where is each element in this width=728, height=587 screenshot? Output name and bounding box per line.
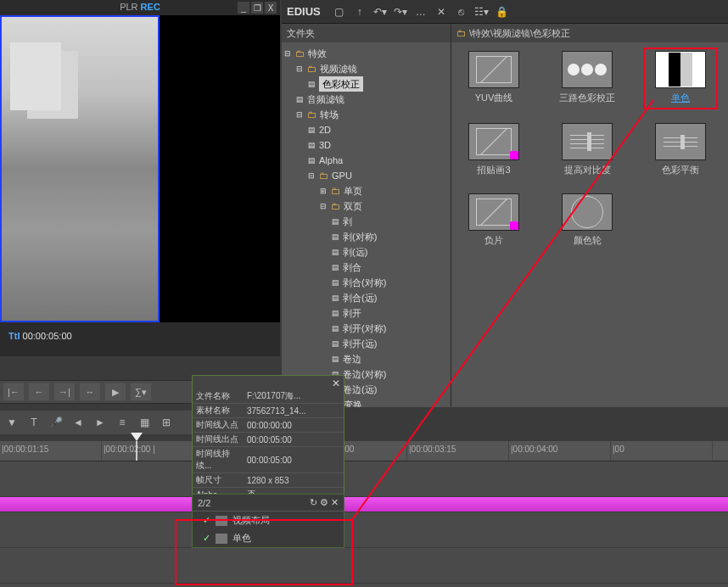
tool-dropdown[interactable]: ▼ <box>3 414 20 431</box>
track-row[interactable] <box>0 512 728 548</box>
play-button[interactable]: ▶ <box>105 383 126 400</box>
track-row[interactable] <box>0 548 728 584</box>
prev-tool[interactable]: ◄ <box>70 414 87 431</box>
view-button[interactable]: ☷▾ <box>473 4 490 20</box>
list-tool[interactable]: ≡ <box>114 414 131 431</box>
info-val: F:\201707海... <box>244 389 344 404</box>
collapse-icon[interactable]: ⊟ <box>283 46 292 61</box>
tree-item-2d[interactable]: 2D <box>319 122 331 137</box>
brand-label: EDIUS <box>287 5 321 18</box>
breadcrumb[interactable]: 🗀\特效\视频滤镜\色彩校正 <box>451 24 728 42</box>
preview-black-area <box>160 15 280 322</box>
effect-monochrome[interactable]: 单色 <box>647 51 714 106</box>
timeline-ruler[interactable]: |00:00:01:15 |00:00:02:00 | |00:00:02:15… <box>0 441 728 461</box>
effect-thumb <box>468 193 519 231</box>
title-tool[interactable]: T <box>25 414 42 431</box>
goto-start-button[interactable]: |← <box>3 383 24 400</box>
ruler-tick: |00:00:04:00 <box>509 441 611 461</box>
tracks-area[interactable] <box>0 461 728 587</box>
step-back-button[interactable]: ← <box>29 383 49 400</box>
loop-button[interactable]: ↔ <box>80 383 100 400</box>
playhead[interactable] <box>136 441 137 461</box>
settings-icon[interactable]: ⚙ <box>320 497 328 507</box>
applied-effects-popup[interactable]: 2/2 ↻ ⚙ ✕ ✓视频布局 ✓单色 <box>192 494 344 548</box>
doc-icon: ▤ <box>307 137 316 153</box>
collapse-icon[interactable]: ⊟ <box>295 61 304 76</box>
escape-button[interactable]: ⎋ <box>453 4 470 20</box>
more-button[interactable]: … <box>412 4 429 20</box>
checkbox-icon[interactable]: ✓ <box>203 515 210 526</box>
effect-thumb <box>468 51 519 88</box>
tree-item-trans[interactable]: 转场 <box>320 107 339 122</box>
up-button[interactable]: ↑ <box>351 4 368 20</box>
preview-viewport[interactable] <box>0 15 160 322</box>
tree-item[interactable]: 卷边(对称) <box>343 366 386 382</box>
effect-poster[interactable]: 招贴画3 <box>460 123 528 176</box>
close-icon[interactable]: ✕ <box>331 497 339 507</box>
close-icon[interactable]: ✕ <box>332 377 340 389</box>
layout-tool[interactable]: ⊞ <box>158 414 175 431</box>
collapse-icon[interactable]: ⊟ <box>307 168 316 183</box>
layer-row-monochrome[interactable]: ✓单色 <box>193 529 344 547</box>
restore-button[interactable]: ❐ <box>251 2 263 14</box>
tree-item-3d[interactable]: 3D <box>319 137 331 153</box>
tree-item-gpu[interactable]: GPU <box>332 168 352 183</box>
goto-end-button[interactable]: →| <box>54 383 75 400</box>
tree-item-fx[interactable]: 特效 <box>308 46 327 61</box>
close-button[interactable]: X <box>265 2 277 14</box>
effect-balance[interactable]: 色彩平衡 <box>647 123 714 176</box>
mode-dropdown[interactable]: ∑▾ <box>131 383 151 400</box>
effects-grid: YUV曲线 三路色彩校正 单色 招贴画3 提高对比度 色彩平衡 负片 颜色轮 <box>451 42 728 255</box>
tree-item[interactable]: 剥开(对称) <box>343 321 386 336</box>
grid-tool[interactable]: ▦ <box>136 414 153 431</box>
tree-item-single[interactable]: 单页 <box>344 183 362 198</box>
next-tool[interactable]: ► <box>92 414 109 431</box>
info-val: 1280 x 853 <box>244 473 344 488</box>
ruler-tick: |00:00:01:15 <box>0 441 102 461</box>
collapse-icon[interactable]: ⊟ <box>295 107 304 122</box>
tree-item[interactable]: 剥合(对称) <box>343 275 386 290</box>
redo-button[interactable]: ↷▾ <box>392 4 409 20</box>
edius-panel: EDIUS ▢ ↑ ↶▾ ↷▾ … ✕ ⎋ ☷▾ 🔒 文件夹 ⊟🗀特效 ⊟🗀视频… <box>282 0 728 407</box>
tree-item[interactable]: 变换 <box>344 397 362 407</box>
effect-color-wheel[interactable]: 颜色轮 <box>553 193 621 247</box>
effect-three-way[interactable]: 三路色彩校正 <box>553 51 621 106</box>
tree-item[interactable]: 剥开(远) <box>343 336 377 351</box>
new-button[interactable]: ▢ <box>331 4 348 20</box>
effect-thumb <box>562 193 613 231</box>
effect-contrast[interactable]: 提高对比度 <box>553 123 621 176</box>
tree-item[interactable]: 剥(远) <box>343 244 367 260</box>
tree-item-video[interactable]: 视频滤镜 <box>320 61 357 76</box>
effects-grid-column: 🗀\特效\视频滤镜\色彩校正 YUV曲线 三路色彩校正 单色 招贴画3 提高对比… <box>451 24 728 407</box>
effect-negative[interactable]: 负片 <box>460 193 528 247</box>
doc-icon: ▤ <box>331 214 339 229</box>
effect-yuv-curve[interactable]: YUV曲线 <box>460 51 528 106</box>
tree-item[interactable]: 卷边 <box>343 351 361 366</box>
info-val: 00:00:00:00 <box>244 418 344 433</box>
delete-button[interactable]: ✕ <box>433 4 450 20</box>
collapse-icon[interactable]: ⊟ <box>319 198 328 214</box>
tree-item[interactable]: 剥 <box>343 214 352 229</box>
tree-item-color[interactable]: 色彩校正 <box>319 76 363 92</box>
minimize-button[interactable]: _ <box>238 2 249 14</box>
expand-icon[interactable]: ⊞ <box>319 183 328 198</box>
tree-item[interactable]: 剥(对称) <box>343 229 377 244</box>
track-clip[interactable] <box>0 497 728 512</box>
tree-item-double[interactable]: 双页 <box>344 198 362 214</box>
track-row[interactable] <box>0 461 728 497</box>
tree-item[interactable]: 卷边(远) <box>343 382 377 397</box>
checkbox-icon[interactable]: ✓ <box>203 533 210 544</box>
effect-tree[interactable]: ⊟🗀特效 ⊟🗀视频滤镜 ▤色彩校正 ▤音频滤镜 ⊟🗀转场 ▤2D ▤3D ▤Al… <box>282 42 451 407</box>
undo-button[interactable]: ↶▾ <box>372 4 389 20</box>
tree-header: 文件夹 <box>282 24 451 42</box>
tree-item-alpha[interactable]: Alpha <box>319 153 343 168</box>
tree-item[interactable]: 剥开 <box>343 305 361 321</box>
tree-item[interactable]: 剥合(远) <box>343 290 377 305</box>
tree-item[interactable]: 剥合 <box>343 260 361 275</box>
preview-panel: PLR REC _ ❐ X TtI 00:00:05:00 <box>0 0 280 356</box>
tree-item-audio[interactable]: 音频滤镜 <box>307 92 344 107</box>
voiceover-tool[interactable]: 🎤 <box>48 414 64 431</box>
layer-row-video-layout[interactable]: ✓视频布局 <box>193 512 344 529</box>
refresh-icon[interactable]: ↻ <box>310 497 317 507</box>
lock-icon[interactable]: 🔒 <box>494 4 511 20</box>
